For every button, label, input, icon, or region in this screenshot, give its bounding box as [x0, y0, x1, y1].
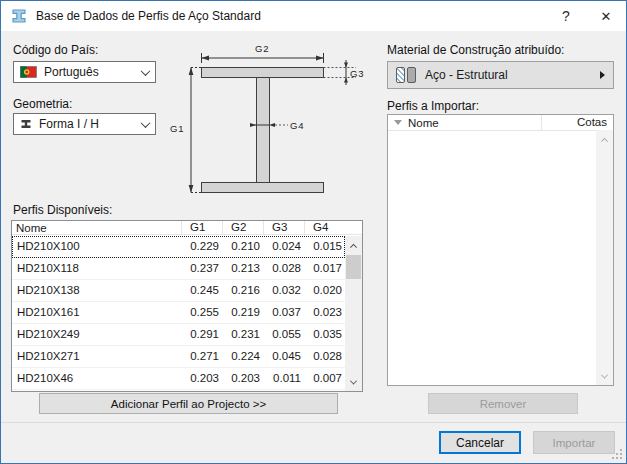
country-selected-value: Português: [44, 65, 99, 79]
import-column-nome[interactable]: Nome: [408, 117, 541, 129]
cell-g1: 0.237: [181, 258, 222, 279]
cell-g2: 0.231: [222, 324, 263, 345]
available-table-header: Nome G1 G2 G3 G4: [12, 221, 362, 235]
cell-g2: 0.204: [222, 390, 263, 391]
cell-g1: 0.271: [181, 346, 222, 367]
scroll-up-icon[interactable]: [596, 130, 613, 147]
ibeam-shape-icon: [20, 118, 32, 130]
import-table-header: Nome Cotas: [388, 115, 613, 131]
table-row[interactable]: HD210X118 0.237 0.213 0.028 0.017: [12, 258, 345, 280]
column-g2[interactable]: G2: [222, 221, 263, 235]
help-icon: ?: [562, 8, 570, 24]
cell-nome: HD210X161: [12, 302, 181, 323]
cell-g2: 0.213: [222, 258, 263, 279]
geometry-label: Geometria:: [13, 97, 72, 111]
cell-g2: 0.216: [222, 280, 263, 301]
scrollbar-thumb[interactable]: [346, 255, 361, 279]
close-button[interactable]: ✕: [586, 1, 626, 31]
cell-g4: 0.035: [304, 324, 345, 345]
column-g3[interactable]: G3: [263, 221, 304, 235]
cell-nome: HD210X52: [12, 390, 181, 391]
beam-top-flange: [202, 68, 324, 78]
cell-g3: 0.011: [263, 368, 304, 389]
column-nome[interactable]: Nome: [12, 222, 181, 234]
material-button[interactable]: Aço - Estrutural: [387, 61, 614, 89]
profiles-to-import-table: Nome Cotas: [387, 114, 614, 386]
cell-g4: 0.020: [304, 280, 345, 301]
portugal-flag-icon: [20, 66, 37, 78]
dim-label-g4: G4: [290, 120, 304, 131]
cell-g3: 0.055: [263, 324, 304, 345]
cell-g3: 0.045: [263, 346, 304, 367]
remove-button[interactable]: Remover: [428, 393, 578, 414]
table-row[interactable]: HD210X46 0.203 0.203 0.011 0.007: [12, 368, 345, 390]
cell-g2: 0.224: [222, 346, 263, 367]
cell-nome: HD210X100: [12, 236, 181, 257]
add-profile-button[interactable]: Adicionar Perfil ao Projecto >>: [39, 393, 338, 414]
cell-nome: HD210X249: [12, 324, 181, 345]
geometry-selected-value: Forma I / H: [39, 117, 99, 131]
chevron-down-icon: [141, 118, 151, 128]
arrow-right-icon: [600, 71, 605, 79]
cell-g2: 0.210: [222, 236, 263, 257]
import-column-cotas[interactable]: Cotas: [541, 115, 613, 131]
scroll-down-icon[interactable]: [345, 374, 362, 391]
dim-label-g1: G1: [170, 123, 184, 134]
cell-nome: HD210X118: [12, 258, 181, 279]
country-select[interactable]: Português: [13, 61, 156, 83]
import-scrollbar[interactable]: [596, 130, 613, 385]
available-table-body: HD210X100 0.229 0.210 0.024 0.015 HD210X…: [12, 236, 345, 391]
cancel-button[interactable]: Cancelar: [439, 431, 521, 454]
geometry-select[interactable]: Forma I / H: [13, 113, 156, 135]
beam-bottom-flange: [202, 183, 324, 193]
cell-g1: 0.229: [181, 236, 222, 257]
chevron-down-icon: [141, 66, 151, 76]
scroll-down-icon[interactable]: [596, 368, 613, 385]
cell-nome: HD210X271: [12, 346, 181, 367]
scroll-up-icon[interactable]: [345, 236, 362, 253]
column-g4[interactable]: G4: [304, 221, 345, 235]
material-value: Aço - Estrutural: [425, 68, 508, 82]
available-scrollbar[interactable]: [345, 236, 362, 391]
cell-g3: 0.032: [263, 280, 304, 301]
cell-g1: 0.255: [181, 302, 222, 323]
cell-g3: 0.012: [263, 390, 304, 391]
steel-profile-database-dialog: Base de Dados de Perfis de Aço Standard …: [0, 0, 627, 464]
profile-dimension-diagram: G2 G1 G3 G4: [166, 39, 376, 207]
material-label: Material de Construção atribuído:: [387, 43, 564, 57]
cell-g4: 0.015: [304, 236, 345, 257]
cell-g1: 0.291: [181, 324, 222, 345]
beam-web: [257, 78, 270, 183]
country-code-label: Código do País:: [13, 43, 98, 57]
table-row[interactable]: HD210X100 0.229 0.210 0.024 0.015: [12, 236, 345, 258]
cell-g4: 0.007: [304, 368, 345, 389]
dim-label-g2: G2: [255, 43, 269, 54]
cell-g4: 0.008: [304, 390, 345, 391]
cell-g3: 0.024: [263, 236, 304, 257]
cell-g1: 0.206: [181, 390, 222, 391]
cell-g2: 0.219: [222, 302, 263, 323]
help-button[interactable]: ?: [546, 1, 586, 31]
cell-g4: 0.028: [304, 346, 345, 367]
sort-icon[interactable]: [388, 120, 408, 125]
table-row[interactable]: HD210X249 0.291 0.231 0.055 0.035: [12, 324, 345, 346]
table-row[interactable]: HD210X138 0.245 0.216 0.032 0.020: [12, 280, 345, 302]
column-g1[interactable]: G1: [181, 221, 222, 235]
ibeam-app-icon: [11, 8, 27, 24]
cell-g3: 0.028: [263, 258, 304, 279]
import-button[interactable]: Importar: [533, 431, 615, 454]
cell-g3: 0.037: [263, 302, 304, 323]
available-profiles-table: Nome G1 G2 G3 G4 HD210X100 0.229 0.210 0…: [11, 220, 363, 392]
table-row[interactable]: HD210X271 0.271 0.224 0.045 0.028: [12, 346, 345, 368]
cell-g1: 0.245: [181, 280, 222, 301]
dim-label-g3: G3: [350, 68, 364, 79]
cell-g1: 0.203: [181, 368, 222, 389]
window-title: Base de Dados de Perfis de Aço Standard: [36, 9, 546, 23]
table-row[interactable]: HD210X161 0.255 0.219 0.037 0.023: [12, 302, 345, 324]
cell-nome: HD210X138: [12, 280, 181, 301]
table-row-clipped[interactable]: HD210X52 0.206 0.204 0.012 0.008: [12, 390, 345, 391]
cell-nome: HD210X46: [12, 368, 181, 389]
resize-grip[interactable]: [612, 449, 622, 459]
cell-g4: 0.017: [304, 258, 345, 279]
close-icon: ✕: [601, 9, 612, 24]
